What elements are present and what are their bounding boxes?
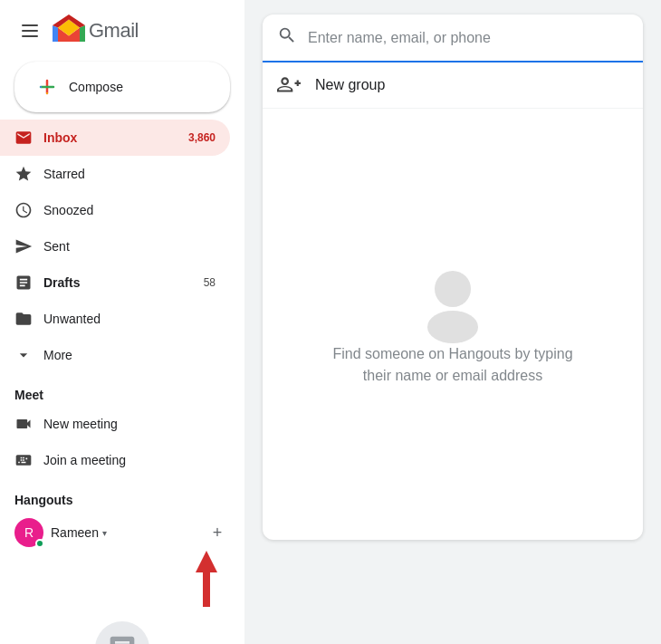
svg-point-4: [40, 86, 42, 88]
empty-state-text: Find someone on Hangouts by typing their…: [332, 343, 572, 387]
new-group-icon: [277, 73, 301, 97]
no-contacts-area: No Hangouts contacts Find someone: [14, 607, 230, 644]
red-arrow-shaft: [203, 572, 210, 607]
keyboard-icon: [14, 451, 33, 469]
gmail-logo: Gmail: [53, 14, 139, 47]
nav-list: Inbox 3,860 Starred Snoozed Sent: [0, 120, 244, 373]
sidebar-header: Gmail: [0, 7, 244, 58]
snoozed-label: Snoozed: [43, 203, 216, 217]
sidebar-item-more[interactable]: More: [0, 337, 230, 373]
send-icon: [14, 237, 33, 255]
inbox-label: Inbox: [43, 130, 177, 145]
search-input[interactable]: [308, 30, 628, 46]
svg-point-7: [427, 311, 478, 343]
sent-label: Sent: [43, 239, 216, 254]
avatar-initial: R: [24, 525, 34, 540]
drafts-icon: [14, 274, 33, 292]
sidebar-item-drafts[interactable]: Drafts 58: [0, 264, 230, 301]
search-bar: [263, 14, 643, 62]
sidebar-item-inbox[interactable]: Inbox 3,860: [0, 120, 230, 156]
drafts-badge: 58: [204, 276, 216, 289]
unwanted-label: Unwanted: [43, 312, 216, 326]
gmail-logo-icon: [53, 14, 85, 47]
add-hangout-button[interactable]: +: [205, 520, 230, 545]
chevron-down-icon: [14, 346, 33, 364]
empty-state: Find someone on Hangouts by typing their…: [263, 109, 643, 540]
sidebar-item-join-meeting[interactable]: Join a meeting: [0, 442, 230, 478]
sidebar-item-snoozed[interactable]: Snoozed: [0, 192, 230, 228]
gmail-title: Gmail: [89, 19, 139, 43]
svg-point-3: [46, 92, 48, 94]
red-arrow-head: [196, 551, 217, 572]
sidebar-item-unwanted[interactable]: Unwanted: [0, 301, 230, 337]
svg-point-5: [53, 86, 54, 88]
chat-bubble-icon: [95, 621, 149, 644]
sidebar-item-starred[interactable]: Starred: [0, 156, 230, 192]
hangouts-user-row: R Rameen ▾ +: [14, 518, 230, 547]
more-label: More: [43, 348, 216, 362]
person-silhouette-icon: [412, 262, 493, 343]
clock-icon: [14, 201, 33, 219]
new-group-label: New group: [315, 77, 385, 93]
join-meeting-label: Join a meeting: [43, 453, 216, 467]
hangouts-section: R Rameen ▾ + No Hangouts contacts Find s…: [0, 511, 244, 644]
online-status-dot: [35, 539, 44, 548]
sidebar-item-sent[interactable]: Sent: [0, 228, 230, 264]
new-meeting-label: New meeting: [43, 417, 216, 431]
starred-label: Starred: [43, 167, 216, 181]
hangouts-card: New group Find someone on Hangouts by ty…: [263, 14, 643, 540]
svg-point-2: [46, 80, 48, 82]
search-icon: [277, 25, 297, 50]
drafts-label: Drafts: [43, 275, 193, 290]
right-panel: New group Find someone on Hangouts by ty…: [244, 0, 661, 644]
user-avatar: R: [14, 518, 43, 547]
meet-section-header: Meet: [0, 373, 244, 406]
name-dropdown-icon: ▾: [102, 528, 107, 538]
meet-list: New meeting Join a meeting: [0, 406, 244, 478]
folder-icon: [14, 310, 33, 328]
svg-point-6: [435, 271, 471, 307]
star-icon: [14, 165, 33, 183]
compose-plus-icon: [36, 76, 58, 98]
hamburger-menu-button[interactable]: [14, 17, 45, 44]
compose-label: Compose: [69, 80, 123, 94]
new-group-row[interactable]: New group: [263, 62, 643, 109]
sidebar-item-new-meeting[interactable]: New meeting: [0, 406, 230, 442]
sidebar: Gmail Compose Inbox 3,860: [0, 0, 244, 644]
hangouts-section-header: Hangouts: [0, 478, 244, 511]
video-icon: [14, 415, 33, 433]
compose-button[interactable]: Compose: [14, 62, 230, 112]
inbox-badge: 3,860: [188, 131, 216, 144]
hangouts-user-name[interactable]: Rameen ▾: [51, 525, 107, 540]
inbox-icon: [14, 129, 33, 147]
